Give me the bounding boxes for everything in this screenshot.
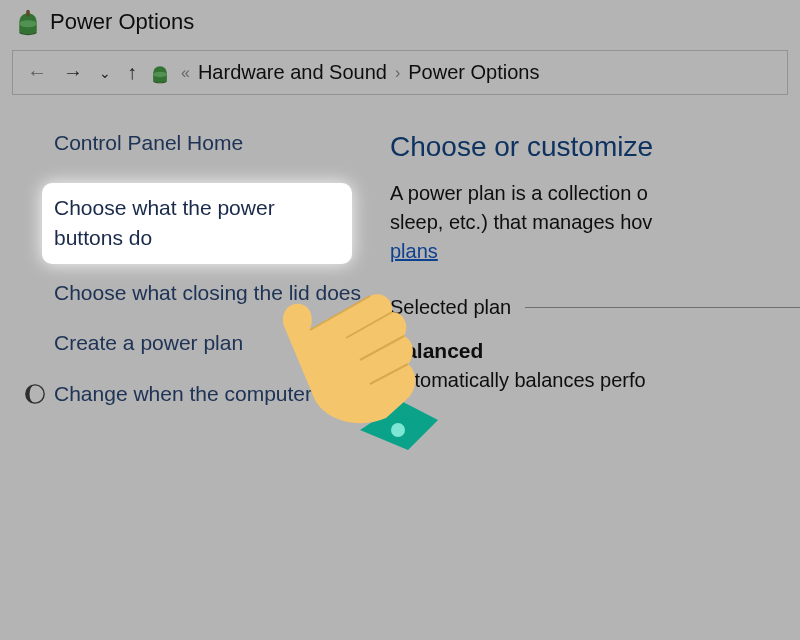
sidebar-control-panel-home[interactable]: Control Panel Home [54, 131, 390, 155]
sidebar: Control Panel Home Choose what the power… [0, 131, 390, 409]
main-description: A power plan is a collection o sleep, et… [390, 179, 800, 266]
sidebar-link-power-buttons[interactable]: Choose what the power buttons do [42, 183, 352, 264]
moon-icon [24, 383, 46, 405]
power-options-icon [14, 8, 42, 36]
svg-point-4 [153, 71, 167, 77]
plan-name-balanced: Balanced [390, 339, 800, 363]
section-label: Selected plan [390, 296, 511, 319]
chevron-double-left-icon: « [175, 64, 196, 82]
selected-plan-section: Selected plan [390, 296, 800, 319]
address-bar: ← → ⌄ ↑ « Hardware and Sound › Power Opt… [12, 50, 788, 95]
chevron-right-icon: › [389, 64, 406, 82]
section-rule [525, 307, 800, 308]
svg-point-6 [391, 423, 405, 437]
sidebar-link-computer-sleeps[interactable]: Change when the computer sleeps [54, 379, 379, 409]
plan-description: Automatically balances perfo [390, 369, 800, 392]
back-button[interactable]: ← [19, 55, 55, 90]
sidebar-link-closing-lid[interactable]: Choose what closing the lid does [54, 278, 390, 308]
plans-link[interactable]: plans [390, 240, 438, 262]
svg-point-1 [19, 20, 37, 27]
window-title: Power Options [50, 9, 194, 35]
forward-button[interactable]: → [55, 55, 91, 90]
breadcrumb-hardware[interactable]: Hardware and Sound [196, 57, 389, 88]
up-button[interactable]: ↑ [119, 55, 145, 90]
breadcrumb-power-options[interactable]: Power Options [406, 57, 541, 88]
control-panel-icon [149, 62, 171, 84]
window-titlebar: Power Options [0, 0, 800, 50]
main-panel: Choose or customize A power plan is a co… [390, 131, 800, 409]
history-dropdown[interactable]: ⌄ [91, 59, 119, 87]
sidebar-link-create-plan[interactable]: Create a power plan [54, 328, 390, 358]
main-heading: Choose or customize [390, 131, 800, 163]
svg-rect-2 [26, 10, 30, 17]
